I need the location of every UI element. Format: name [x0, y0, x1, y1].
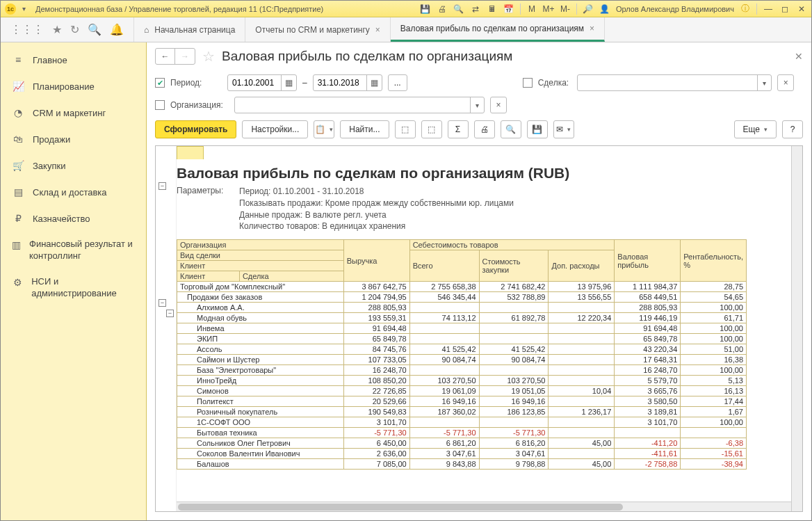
calendar-icon[interactable]: 📅 [503, 3, 514, 15]
cell-extra: 1 236,17 [549, 407, 615, 417]
table-row[interactable]: ИнноТрейд108 850,20103 270,50103 270,505… [177, 376, 747, 386]
variants-button[interactable]: 📋▾ [314, 120, 334, 138]
sidebar-item[interactable]: ▥Финансовый результат и контроллинг [1, 232, 146, 269]
calendar-icon[interactable]: ▦ [366, 75, 382, 90]
close-icon[interactable]: × [590, 24, 594, 33]
notifications-icon[interactable]: 🔔 [110, 23, 124, 36]
scrollbar-thumb[interactable] [178, 504, 623, 511]
table-row[interactable]: Модная обувь193 559,3174 113,1261 892,78… [177, 313, 747, 323]
table-row[interactable]: Инвема91 694,4891 694,48100,00 [177, 323, 747, 334]
info-icon[interactable]: ⓘ [740, 3, 751, 15]
email-button[interactable]: ✉▾ [553, 120, 574, 138]
sidebar-item[interactable]: ⚙НСИ и администрирование [1, 269, 146, 307]
app-menu-dropdown-icon[interactable]: ▾ [19, 4, 29, 14]
table-row[interactable]: Сольников Олег Петрович6 450,006 861,206… [177, 438, 747, 449]
sidebar-item[interactable]: ≡Главное [1, 47, 146, 73]
tab-home[interactable]: ⌂ Начальная страница [134, 17, 245, 42]
collapse-node-icon[interactable]: − [159, 182, 166, 190]
collapse-node-icon[interactable]: − [159, 299, 166, 307]
history-icon[interactable]: ↻ [70, 23, 79, 36]
report-sheet-tab[interactable] [177, 146, 204, 159]
chevron-down-icon[interactable]: ▾ [470, 97, 484, 113]
print-icon[interactable]: 🖨 [437, 3, 448, 15]
tab-crm-reports[interactable]: Отчеты по CRM и маркетингу × [245, 17, 391, 42]
table-row[interactable]: Розничный покупатель190 549,83187 360,02… [177, 407, 747, 417]
current-user[interactable]: Орлов Александр Владимирович [616, 5, 734, 13]
maximize-icon[interactable]: ◻ [779, 3, 790, 15]
chevron-down-icon[interactable]: ▾ [757, 75, 771, 90]
table-row[interactable]: Торговый дом "Комплексный"3 867 642,752 … [177, 282, 747, 292]
apps-grid-icon[interactable]: ⋮⋮⋮ [10, 23, 44, 36]
table-row[interactable]: Продажи без заказов1 204 794,95546 345,4… [177, 292, 747, 303]
help-button[interactable]: ? [782, 120, 803, 138]
favorites-star-icon[interactable]: ★ [52, 23, 62, 36]
memory-mminus-icon[interactable]: M- [560, 3, 571, 15]
nav-forward-button[interactable]: → [175, 49, 195, 64]
save-report-button[interactable]: 💾 [527, 120, 548, 138]
more-button[interactable]: Еще▾ [734, 120, 777, 138]
collapse-button[interactable]: ⬚ [421, 120, 442, 138]
period-checkbox[interactable]: ✔ [155, 78, 165, 88]
deal-input[interactable] [578, 78, 757, 88]
favorite-star-icon[interactable]: ☆ [202, 48, 215, 65]
close-icon[interactable]: × [375, 25, 380, 35]
print-button[interactable]: 🖨 [474, 120, 495, 138]
sidebar-item[interactable]: ▤Склад и доставка [1, 179, 146, 205]
settings-button[interactable]: Настройки... [242, 120, 308, 138]
table-row[interactable]: Саймон и Шустер107 733,0590 084,7490 084… [177, 355, 747, 365]
sidebar-item[interactable]: ◔CRM и маркетинг [1, 99, 146, 126]
table-row[interactable]: Симонов22 726,8519 061,0919 051,0510,043… [177, 386, 747, 396]
org-input[interactable] [235, 100, 470, 110]
horizontal-scrollbar[interactable] [177, 502, 791, 511]
table-row[interactable]: База "Электротовары"16 248,7016 248,7010… [177, 365, 747, 376]
sidebar-icon: ⚙ [12, 276, 23, 289]
table-row[interactable]: Политекст20 529,6616 949,1616 949,163 58… [177, 396, 747, 407]
zoom-icon[interactable]: 🔎 [583, 3, 594, 15]
sidebar-item[interactable]: 🛒Закупки [1, 152, 146, 179]
table-row[interactable]: Балашов7 085,009 843,889 798,8845,00-2 7… [177, 459, 747, 470]
compare-icon[interactable]: ⇄ [470, 3, 481, 15]
collapse-node-icon[interactable]: − [166, 310, 174, 317]
cell-extra: 10,04 [549, 386, 615, 396]
tab-gross-profit[interactable]: Валовая прибыль по сделкам по организаци… [391, 17, 605, 42]
deal-field[interactable]: ▾ [577, 74, 772, 91]
search-icon[interactable]: 🔍 [88, 23, 102, 36]
find-button[interactable]: Найти... [340, 120, 389, 138]
preview-button[interactable]: 🔍 [501, 120, 521, 138]
org-clear-button[interactable]: × [490, 97, 507, 113]
table-row[interactable]: Бытовая техника-5 771,30-5 771,30-5 771,… [177, 428, 747, 438]
deal-checkbox[interactable]: ✔ [523, 78, 533, 88]
date-from-input[interactable] [228, 78, 281, 88]
sum-button[interactable]: Σ [448, 120, 469, 138]
generate-button[interactable]: Сформировать [155, 120, 236, 138]
preview-icon[interactable]: 🔍 [453, 3, 464, 15]
table-row[interactable]: 1С-СОФТ ООО3 101,703 101,70100,00 [177, 417, 747, 428]
minimize-icon[interactable]: — [763, 3, 774, 15]
calculator-icon[interactable]: 🖩 [487, 3, 498, 15]
expand-button[interactable]: ⬚ [395, 120, 416, 138]
vertical-scrollbar[interactable] [791, 146, 802, 511]
sidebar-item[interactable]: 📈Планирование [1, 73, 146, 99]
close-window-icon[interactable]: ✕ [796, 3, 807, 15]
calendar-icon[interactable]: ▦ [281, 75, 296, 90]
table-row[interactable]: ЭКИП65 849,7865 849,78100,00 [177, 334, 747, 344]
date-to-field[interactable]: ▦ [313, 74, 382, 91]
org-checkbox[interactable]: ✔ [155, 100, 165, 110]
save-icon[interactable]: 💾 [420, 3, 431, 15]
table-row[interactable]: Алхимов А.А.288 805,93288 805,93100,00 [177, 303, 747, 313]
memory-m-icon[interactable]: M [526, 3, 537, 15]
table-row[interactable]: Ассоль84 745,7641 525,4241 525,4243 220,… [177, 344, 747, 355]
org-field[interactable]: ▾ [234, 97, 485, 113]
deal-clear-button[interactable]: × [777, 74, 794, 91]
table-row[interactable]: Соколов Валентин Иванович2 636,003 047,6… [177, 449, 747, 459]
cell-name: 1С-СОФТ ООО [177, 417, 344, 428]
period-picker-button[interactable]: ... [388, 74, 407, 91]
date-from-field[interactable]: ▦ [227, 74, 297, 91]
sidebar-item[interactable]: ₽Казначейство [1, 205, 146, 232]
memory-mplus-icon[interactable]: M+ [543, 3, 554, 15]
sidebar-item[interactable]: 🛍Продажи [1, 126, 146, 152]
page-close-icon[interactable]: ✕ [795, 51, 803, 62]
nav-back-button[interactable]: ← [156, 49, 175, 64]
sidebar-label: Казначейство [33, 214, 90, 224]
date-to-input[interactable] [314, 78, 366, 88]
